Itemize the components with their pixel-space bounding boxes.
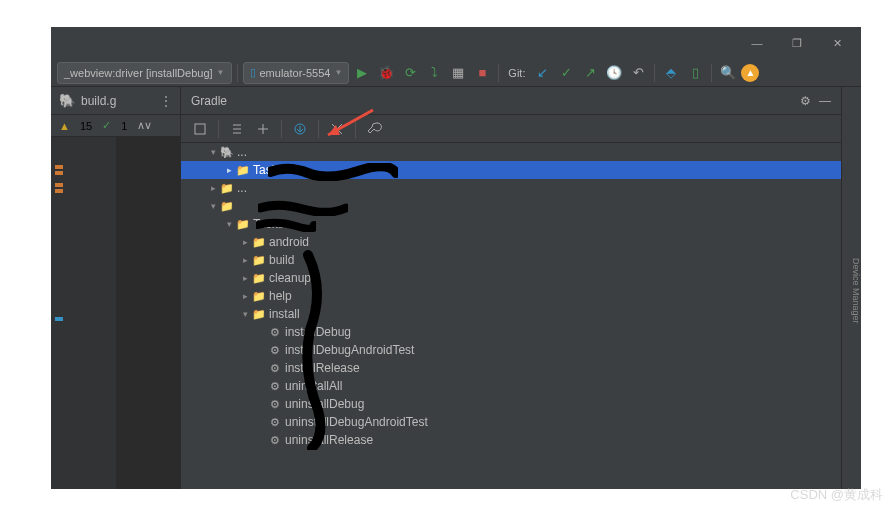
editor-gutter [51, 137, 116, 489]
file-name: build.g [81, 94, 116, 108]
editor-area[interactable] [116, 137, 181, 489]
titlebar: — ❐ ✕ [51, 27, 861, 59]
separator [711, 64, 712, 82]
separator [498, 64, 499, 82]
right-tool-strip: Device Manager Notifications Gradle [841, 87, 861, 489]
minimize-button[interactable]: — [737, 29, 777, 57]
avd-button[interactable]: ▯ [684, 62, 706, 84]
folder-icon: 📁 [251, 236, 267, 249]
tasks-node[interactable]: ▾📁Tasks [181, 215, 841, 233]
left-column: 🐘 build.g ⋮ ▲ 15 ✓ 1 ∧ ∨ [51, 87, 181, 489]
git-push-button[interactable]: ↗ [579, 62, 601, 84]
watermark: CSDN @黄成科 [790, 486, 883, 504]
folder-icon: 📁 [235, 164, 251, 177]
nav-arrows[interactable]: ∧ ∨ [137, 119, 150, 132]
task-uninstallDebug[interactable]: ⚙uninstallDebug [181, 395, 841, 413]
ide-window: — ❐ ✕ _webview:driver [installDebug] ▼ ▯… [51, 27, 861, 489]
device-label: emulator-5554 [260, 67, 331, 79]
main-toolbar: _webview:driver [installDebug] ▼ ▯ emula… [51, 59, 861, 87]
gradle-toolbar [181, 115, 841, 143]
chevron-down-icon: ▼ [217, 68, 225, 77]
chevron-down-icon: ▼ [334, 68, 342, 77]
separator [237, 64, 238, 82]
task-uninstallDebugAndroidTest[interactable]: ⚙uninstallDebugAndroidTest [181, 413, 841, 431]
submodule-node[interactable]: ▸📁... [181, 179, 841, 197]
collapse-all-icon[interactable] [252, 118, 274, 140]
coverage-button[interactable]: ⟳ [399, 62, 421, 84]
editor-tab[interactable]: 🐘 build.g ⋮ [51, 87, 180, 115]
run-configuration-combo[interactable]: _webview:driver [installDebug] ▼ [57, 62, 232, 84]
attach-debugger-button[interactable]: ▦ [447, 62, 469, 84]
task-installRelease[interactable]: ⚙installRelease [181, 359, 841, 377]
module-icon: 🐘 [219, 146, 235, 159]
tab-menu-icon[interactable]: ⋮ [160, 94, 172, 108]
run-button[interactable]: ▶ [351, 62, 373, 84]
git-label: Git: [504, 67, 529, 79]
gradle-title: Gradle [191, 94, 227, 108]
device-manager-tab[interactable]: Device Manager [851, 258, 861, 324]
sync-button[interactable]: ⬘ [660, 62, 682, 84]
download-sources-icon[interactable] [289, 118, 311, 140]
folder-icon: 📁 [235, 218, 251, 231]
check-count: 1 [121, 120, 127, 132]
avatar[interactable]: ▲ [741, 64, 759, 82]
task-uninstallAll[interactable]: ⚙uninstallAll [181, 377, 841, 395]
close-button[interactable]: ✕ [817, 29, 857, 57]
svg-rect-0 [195, 124, 205, 134]
folder-cleanup[interactable]: ▸📁cleanup [181, 269, 841, 287]
main-area: 🐘 build.g ⋮ ▲ 15 ✓ 1 ∧ ∨ [51, 87, 861, 489]
debug-button[interactable]: 🐞 [375, 62, 397, 84]
folder-icon: 📁 [251, 308, 267, 321]
git-commit-button[interactable]: ✓ [555, 62, 577, 84]
stop-button[interactable]: ■ [471, 62, 493, 84]
git-history-button[interactable]: 🕓 [603, 62, 625, 84]
module-icon: 📁 [219, 200, 235, 213]
gradle-panel: Gradle ⚙ — ▾🐘... ▸📁Tasks [181, 87, 841, 489]
git-rollback-button[interactable]: ↶ [627, 62, 649, 84]
gear-icon: ⚙ [267, 380, 283, 393]
task-uninstallRelease[interactable]: ⚙uninstallRelease [181, 431, 841, 449]
folder-build[interactable]: ▸📁build [181, 251, 841, 269]
toggle-offline-icon[interactable] [326, 118, 348, 140]
wrench-icon[interactable] [363, 118, 385, 140]
search-button[interactable]: 🔍 [717, 62, 739, 84]
folder-android[interactable]: ▸📁android [181, 233, 841, 251]
profiler-button[interactable]: ⤵ [423, 62, 445, 84]
folder-icon: 📁 [251, 254, 267, 267]
git-update-button[interactable]: ↙ [531, 62, 553, 84]
run-config-label: _webview:driver [installDebug] [64, 67, 213, 79]
module-node[interactable]: ▾📁 [181, 197, 841, 215]
gradle-header: Gradle ⚙ — [181, 87, 841, 115]
inspection-status: ▲ 15 ✓ 1 ∧ ∨ [51, 115, 180, 137]
expand-all-icon[interactable] [226, 118, 248, 140]
tasks-node-selected[interactable]: ▸📁Tasks [181, 161, 841, 179]
minimize-panel-icon[interactable]: — [819, 94, 831, 108]
folder-icon: 📁 [251, 290, 267, 303]
gear-icon: ⚙ [267, 362, 283, 375]
phone-icon: ▯ [250, 66, 256, 79]
task-installDebug[interactable]: ⚙installDebug [181, 323, 841, 341]
separator [654, 64, 655, 82]
warning-icon: ▲ [59, 120, 70, 132]
gear-icon: ⚙ [267, 434, 283, 447]
gradle-file-icon: 🐘 [59, 93, 75, 108]
gradle-tree[interactable]: ▾🐘... ▸📁Tasks ▸📁... ▾📁 ▾📁Tasks ▸📁android… [181, 143, 841, 489]
folder-help[interactable]: ▸📁help [181, 287, 841, 305]
device-combo[interactable]: ▯ emulator-5554 ▼ [243, 62, 350, 84]
gear-icon: ⚙ [267, 326, 283, 339]
folder-icon: 📁 [251, 272, 267, 285]
module-icon: 📁 [219, 182, 235, 195]
gear-icon: ⚙ [267, 344, 283, 357]
check-icon: ✓ [102, 119, 111, 132]
maximize-button[interactable]: ❐ [777, 29, 817, 57]
warning-count: 15 [80, 120, 92, 132]
gear-icon: ⚙ [267, 416, 283, 429]
gear-icon[interactable]: ⚙ [800, 94, 811, 108]
task-installDebugAndroidTest[interactable]: ⚙installDebugAndroidTest [181, 341, 841, 359]
reload-icon[interactable] [189, 118, 211, 140]
tree-root[interactable]: ▾🐘... [181, 143, 841, 161]
gear-icon: ⚙ [267, 398, 283, 411]
folder-install[interactable]: ▾📁install [181, 305, 841, 323]
